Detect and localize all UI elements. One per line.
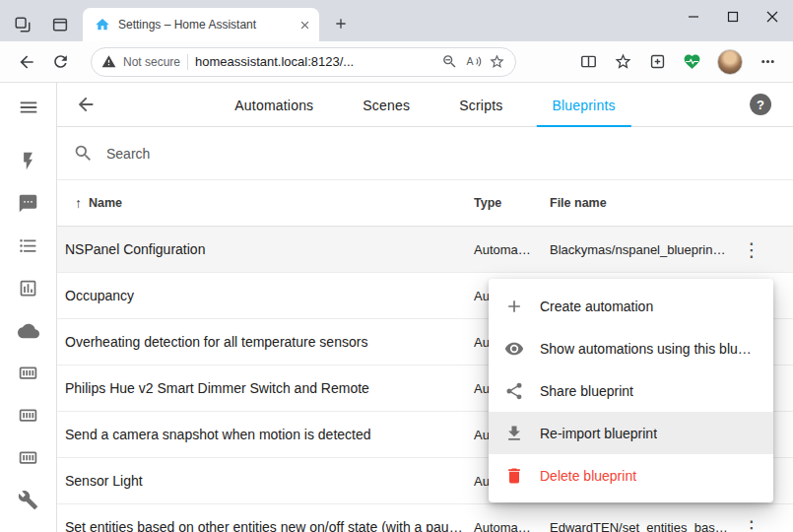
vertical-dots-icon: ⋮ [743, 518, 761, 532]
favorite-star-icon[interactable] [489, 53, 505, 70]
search-input[interactable]: Search [57, 127, 793, 180]
security-label[interactable]: Not secure [123, 55, 180, 69]
plus-icon [504, 297, 524, 316]
browser-essentials-icon[interactable] [683, 52, 701, 71]
tab-scenes[interactable]: Scenes [347, 83, 426, 127]
blueprint-name: Philips Hue v2 Smart Dimmer Switch and R… [65, 380, 474, 396]
profile-avatar[interactable] [717, 49, 743, 75]
browser-toolbar: Not secure homeassistant.local:8123/... … [0, 41, 793, 83]
tab-blueprints[interactable]: Blueprints [536, 83, 630, 127]
workspaces-icon [14, 16, 32, 33]
close-tab-icon[interactable] [298, 19, 311, 32]
new-tab-button[interactable] [327, 10, 355, 37]
tab-scripts[interactable]: Scripts [443, 83, 518, 127]
blueprint-file: EdwardTEN/set_entities_bas… [550, 520, 732, 532]
download-icon [504, 424, 524, 443]
search-placeholder: Search [106, 146, 150, 162]
more-menu-icon[interactable] [759, 52, 777, 71]
sidebar-item-hub-2[interactable] [0, 394, 57, 436]
home-assistant-app: Automations Scenes Scripts Blueprints ? … [0, 83, 793, 532]
tab-actions-icon [51, 16, 69, 33]
favorites-icon[interactable] [614, 52, 632, 71]
table-row[interactable]: Set entities based on other entities new… [57, 504, 793, 532]
cloud-icon [18, 320, 39, 342]
tab-automations[interactable]: Automations [219, 83, 329, 127]
share-icon [504, 381, 524, 401]
column-header-file[interactable]: File name [550, 196, 732, 210]
sidebar-item-logbook[interactable] [0, 225, 57, 267]
split-screen-icon[interactable] [579, 52, 598, 71]
blueprints-page: Automations Scenes Scripts Blueprints ? … [57, 83, 793, 532]
menu-item-show-automations[interactable]: Show automations using this blueprint [489, 327, 773, 369]
titlebar: Settings – Home Assistant [0, 0, 793, 41]
back-button[interactable] [10, 45, 43, 79]
collections-icon[interactable] [648, 52, 667, 71]
sidebar-menu-button[interactable] [9, 93, 48, 122]
refresh-button[interactable] [43, 45, 77, 79]
row-overflow-menu-button[interactable]: ⋮ [732, 240, 771, 259]
server-icon [18, 363, 38, 383]
browser-window: Settings – Home Assistant [0, 0, 793, 532]
eye-icon [504, 339, 524, 359]
tab-actions-button[interactable] [45, 8, 75, 41]
close-window-button[interactable] [753, 0, 792, 33]
address-bar[interactable]: Not secure homeassistant.local:8123/... … [91, 47, 516, 77]
menu-item-reimport-blueprint[interactable]: Re-import blueprint [489, 412, 773, 454]
column-header-name[interactable]: ↑ Name [65, 195, 474, 211]
blueprint-name: Overheating detection for all temperatur… [65, 334, 474, 350]
blueprint-name: Send a camera snapshot when motion is de… [65, 427, 474, 442]
address-divider [187, 54, 188, 70]
vertical-dots-icon: ⋮ [743, 240, 761, 259]
sidebar-item-hub-1[interactable] [0, 352, 57, 394]
blueprint-name: Sensor Light [65, 473, 474, 489]
read-aloud-icon[interactable]: A [465, 53, 482, 70]
menu-item-delete-blueprint[interactable]: Delete blueprint [489, 454, 773, 497]
row-overflow-menu-button[interactable]: ⋮ [732, 518, 771, 532]
sidebar-item-hub-3[interactable] [0, 436, 57, 479]
search-icon [73, 143, 94, 164]
table-row[interactable]: NSPanel Configuration Automation Blackym… [57, 227, 793, 273]
not-secure-warning-icon[interactable] [101, 54, 116, 69]
blueprint-name: Occupancy [65, 288, 474, 303]
zoom-out-icon[interactable] [441, 53, 458, 70]
server-icon [18, 405, 38, 426]
chat-icon [18, 193, 38, 214]
sort-arrow-icon: ↑ [75, 195, 82, 211]
blueprint-file: Blackymas/nspanel_blueprin… [550, 242, 732, 257]
server-icon [18, 447, 38, 468]
page-back-button[interactable] [75, 94, 97, 115]
minimize-button[interactable] [674, 0, 713, 33]
sidebar-item-cloud[interactable] [0, 309, 57, 352]
help-button[interactable]: ? [750, 94, 771, 115]
list-icon [18, 235, 38, 256]
trash-icon [504, 466, 524, 486]
window-controls [674, 0, 792, 33]
bar-chart-icon [18, 278, 38, 299]
tab-title: Settings – Home Assistant [118, 18, 291, 32]
sidebar-item-chat[interactable] [0, 182, 57, 225]
blueprint-type: Automation [474, 520, 533, 532]
column-header-type[interactable]: Type [474, 196, 533, 210]
menu-item-share-blueprint[interactable]: Share blueprint [489, 369, 773, 412]
ha-sidebar [0, 83, 57, 532]
browser-tab[interactable]: Settings – Home Assistant [83, 8, 319, 41]
url-text[interactable]: homeassistant.local:8123/... [195, 54, 434, 69]
home-assistant-favicon [95, 17, 110, 33]
maximize-button[interactable] [713, 0, 753, 33]
svg-text:A: A [466, 55, 474, 67]
blueprint-name: NSPanel Configuration [65, 241, 474, 257]
table-header: ↑ Name Type File name [57, 180, 793, 227]
wrench-icon [18, 490, 38, 510]
blueprint-name: Set entities based on other entities new… [65, 519, 474, 532]
menu-item-create-automation[interactable]: Create automation [489, 285, 773, 327]
lightning-bolt-icon [18, 151, 38, 171]
blueprint-type: Automation [474, 242, 533, 257]
sidebar-item-energy[interactable] [0, 140, 57, 182]
sidebar-item-settings[interactable] [0, 479, 57, 521]
page-tabs: Automations Scenes Scripts Blueprints [219, 83, 630, 127]
blueprint-context-menu: Create automation Show automations using… [489, 279, 773, 502]
workspaces-button[interactable] [8, 8, 37, 41]
sidebar-item-history[interactable] [0, 267, 57, 309]
page-header: Automations Scenes Scripts Blueprints ? [57, 83, 793, 127]
